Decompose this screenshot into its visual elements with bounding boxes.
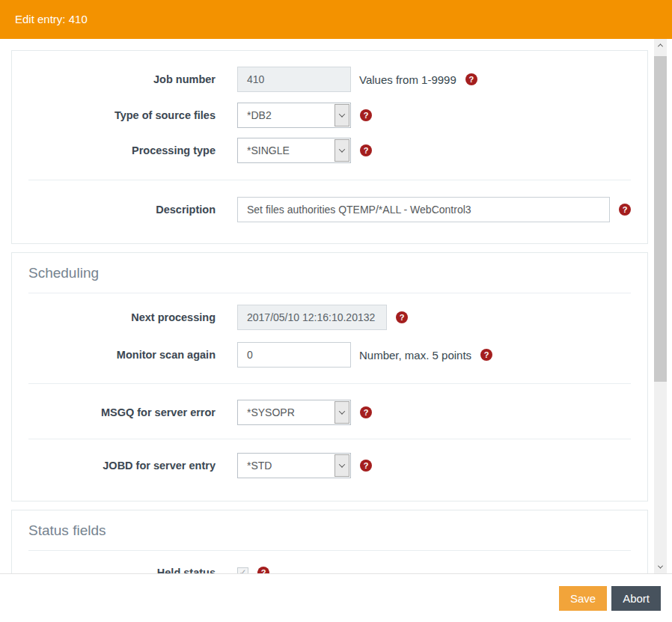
description-label: Description	[28, 204, 216, 216]
chevron-down-icon	[339, 408, 345, 414]
form-row-monitor-scan: Monitor scan again Number, max. 5 points…	[28, 342, 631, 368]
held-status-checkbox[interactable]: ✓	[237, 567, 248, 574]
monitor-scan-hint: Number, max. 5 points	[359, 349, 471, 362]
chevron-down-icon	[339, 461, 345, 467]
job-number-label: Job number	[28, 73, 216, 85]
processing-type-label: Processing type	[28, 144, 216, 156]
chevron-down-icon	[339, 146, 345, 152]
msgq-selected-value: *SYSOPR	[247, 406, 295, 418]
jobd-label: JOBD for server entry	[28, 460, 216, 472]
form-row-next-processing: Next processing ?	[28, 305, 631, 330]
scrollbar-thumb[interactable]	[654, 56, 667, 382]
divider	[28, 293, 631, 293]
jobd-selected-value: *STD	[247, 460, 272, 472]
held-status-help-icon[interactable]: ?	[257, 567, 269, 573]
msgq-select[interactable]: *SYSOPR	[237, 400, 351, 425]
source-type-label: Type of source files	[28, 109, 216, 121]
source-type-select[interactable]: *DB2	[237, 103, 351, 128]
divider	[28, 550, 631, 551]
processing-type-select[interactable]: *SINGLE	[237, 138, 351, 163]
vertical-scrollbar[interactable]	[654, 39, 667, 573]
next-processing-input[interactable]	[237, 305, 387, 330]
abort-button[interactable]: Abort	[611, 586, 661, 611]
save-button[interactable]: Save	[559, 586, 607, 611]
msgq-dropdown-button[interactable]	[335, 401, 349, 424]
monitor-scan-label: Monitor scan again	[28, 349, 216, 361]
panel-status-fields: Status fields Held status ✓ ?	[11, 510, 648, 573]
jobd-dropdown-button[interactable]	[335, 454, 349, 477]
msgq-help-icon[interactable]: ?	[360, 406, 372, 418]
processing-type-dropdown-button[interactable]	[335, 139, 349, 162]
description-input[interactable]	[237, 197, 610, 222]
msgq-label: MSGQ for server error	[28, 406, 216, 418]
panel-scheduling: Scheduling Next processing ? Monitor sca…	[11, 252, 648, 501]
source-type-selected-value: *DB2	[247, 109, 272, 121]
dialog-title-bar: Edit entry: 410	[0, 0, 672, 39]
held-status-label: Held status	[28, 567, 216, 573]
dialog-title: Edit entry: 410	[15, 13, 88, 25]
form-row-source-type: Type of source files *DB2 ?	[28, 103, 631, 128]
form-row-job-number: Job number Values from 1-9999 ?	[28, 67, 631, 92]
source-type-dropdown-button[interactable]	[335, 104, 349, 126]
scroll-up-button[interactable]	[654, 39, 667, 52]
job-number-help-icon[interactable]: ?	[465, 73, 477, 85]
monitor-scan-input[interactable]	[237, 342, 351, 368]
divider	[28, 439, 631, 439]
dialog-body: Job number Values from 1-9999 ? Type of …	[0, 39, 672, 573]
form-row-held-status: Held status ✓ ?	[28, 567, 631, 573]
form-row-jobd: JOBD for server entry *STD ?	[28, 453, 631, 478]
monitor-scan-help-icon[interactable]: ?	[480, 349, 492, 361]
divider	[28, 383, 631, 384]
jobd-select[interactable]: *STD	[237, 453, 351, 478]
next-processing-help-icon[interactable]: ?	[396, 311, 408, 323]
next-processing-label: Next processing	[28, 311, 216, 323]
scheduling-section-title: Scheduling	[28, 263, 631, 283]
chevron-down-icon	[339, 111, 345, 117]
chevron-up-icon	[658, 43, 663, 49]
job-number-hint: Values from 1-9999	[359, 73, 456, 86]
form-row-msgq: MSGQ for server error *SYSOPR ?	[28, 400, 631, 425]
jobd-help-icon[interactable]: ?	[360, 460, 372, 472]
scroll-down-button[interactable]	[654, 561, 667, 573]
processing-type-selected-value: *SINGLE	[247, 144, 290, 156]
source-type-help-icon[interactable]: ?	[360, 109, 372, 121]
form-row-processing-type: Processing type *SINGLE ?	[28, 138, 631, 163]
status-section-title: Status fields	[28, 521, 631, 540]
checkmark-icon: ✓	[239, 568, 246, 573]
dialog-footer: Save Abort	[0, 573, 672, 622]
panel-general: Job number Values from 1-9999 ? Type of …	[11, 50, 648, 244]
divider	[28, 180, 631, 180]
form-row-description: Description ?	[28, 197, 631, 222]
description-help-icon[interactable]: ?	[619, 204, 631, 216]
processing-type-help-icon[interactable]: ?	[360, 144, 372, 156]
job-number-input[interactable]	[237, 67, 351, 92]
chevron-down-icon	[658, 564, 663, 569]
